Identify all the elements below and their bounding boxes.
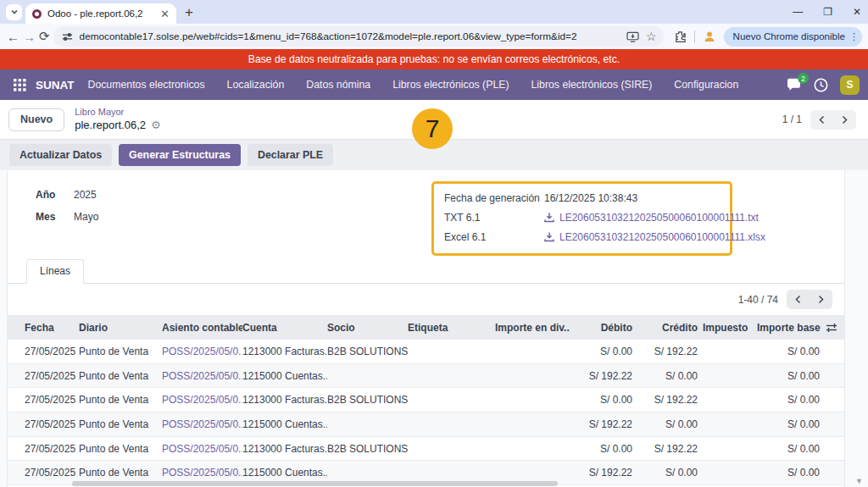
menu-datos-nomina[interactable]: Datos nómina — [306, 79, 370, 91]
tab-lineas[interactable]: Líneas — [26, 259, 84, 284]
more-vert-icon[interactable]: ⋮ — [849, 31, 859, 42]
cell-importe-base[interactable]: S/ 0.00 — [757, 346, 825, 357]
table-row[interactable]: 27/05/2025 Punto de Venta POSS/2025/05/0… — [8, 412, 844, 437]
cell-importe-base[interactable]: S/ 0.00 — [757, 370, 825, 382]
cell-credito[interactable]: S/ 192.22 — [637, 394, 703, 406]
cell-fecha[interactable]: 27/05/2025 — [25, 443, 79, 455]
header-importe-div[interactable]: Importe en div... — [495, 322, 570, 334]
cell-credito[interactable]: S/ 0.00 — [637, 370, 703, 382]
cell-diario[interactable]: Punto de Venta — [79, 467, 162, 479]
cell-diario[interactable]: Punto de Venta — [79, 443, 162, 455]
cell-diario[interactable]: Punto de Venta — [79, 394, 162, 406]
cell-importe-base[interactable]: S/ 0.00 — [757, 394, 825, 406]
actualizar-datos-button[interactable]: Actualizar Datos — [9, 144, 112, 166]
address-bar[interactable]: democontable17.solse.pe/web#cids=1&menu_… — [53, 26, 664, 47]
cell-debito[interactable]: S/ 192.22 — [570, 467, 637, 479]
generar-estructuras-button[interactable]: Generar Estructuras — [119, 144, 241, 166]
cell-importe-base[interactable]: S/ 0.00 — [757, 467, 825, 479]
list-previous-button[interactable] — [787, 290, 810, 309]
header-importe-base[interactable]: Importe base — [757, 322, 825, 334]
cell-cuenta[interactable]: 1215000 Cuentas... — [242, 370, 327, 382]
gear-icon[interactable]: ⚙ — [151, 119, 161, 132]
refresh-button[interactable]: ⟳ — [39, 26, 50, 47]
cell-cuenta[interactable]: 1215000 Cuentas... — [242, 418, 327, 430]
cell-diario[interactable]: Punto de Venta — [79, 418, 162, 430]
declarar-ple-button[interactable]: Declarar PLE — [248, 144, 333, 166]
cell-asiento-link[interactable]: POSS/2025/05/0... — [162, 346, 242, 357]
cell-socio[interactable]: B2B SOLUTIONS ... — [327, 346, 408, 357]
install-app-icon[interactable] — [626, 31, 639, 42]
cell-asiento-link[interactable]: POSS/2025/05/0... — [162, 370, 242, 382]
cell-asiento-link[interactable]: POSS/2025/05/0... — [162, 443, 242, 455]
year-value[interactable]: 2025 — [74, 189, 97, 201]
optional-columns-button[interactable] — [825, 323, 837, 333]
cell-cuenta[interactable]: 1213000 Facturas... — [242, 346, 327, 357]
header-etiqueta[interactable]: Etiqueta — [408, 322, 495, 334]
window-close-button[interactable]: ✕ — [853, 6, 861, 18]
breadcrumb-parent[interactable]: Libro Mayor — [75, 107, 161, 119]
cell-credito[interactable]: S/ 192.22 — [637, 346, 703, 357]
cell-cuenta[interactable]: 1213000 Facturas... — [242, 443, 327, 455]
pager-next-button[interactable] — [833, 110, 856, 130]
cell-credito[interactable]: S/ 0.00 — [637, 467, 703, 479]
cell-cuenta[interactable]: 1215000 Cuentas... — [242, 467, 327, 479]
window-maximize-button[interactable]: ❐ — [823, 6, 832, 18]
excel-download-link[interactable]: LE2060531032120250500060100001111.xlsx — [544, 231, 765, 243]
menu-localizacion[interactable]: Localización — [227, 79, 285, 91]
cell-fecha[interactable]: 27/05/2025 — [25, 418, 79, 430]
header-diario[interactable]: Diario — [79, 322, 162, 334]
browser-tab[interactable]: Odoo - ple.report.06,2 ✕ — [25, 3, 176, 24]
forward-button[interactable]: → — [23, 26, 36, 47]
cell-fecha[interactable]: 27/05/2025 — [25, 346, 79, 357]
header-credito[interactable]: Crédito — [637, 322, 703, 334]
tab-close-icon[interactable]: ✕ — [160, 8, 170, 19]
cell-fecha[interactable]: 27/05/2025 — [25, 467, 79, 479]
txt-download-link[interactable]: LE2060531032120250500060100001111.txt — [544, 212, 759, 224]
menu-libros-electronicos-sire[interactable]: Libros electrónicos (SIRE) — [531, 79, 653, 91]
menu-configuracion[interactable]: Configuracion — [674, 79, 738, 91]
cell-asiento-link[interactable]: POSS/2025/05/0... — [162, 418, 242, 430]
cell-diario[interactable]: Punto de Venta — [79, 346, 162, 357]
horizontal-scrollbar-thumb[interactable] — [72, 481, 558, 486]
cell-importe-base[interactable]: S/ 0.00 — [757, 443, 825, 455]
cell-debito[interactable]: S/ 0.00 — [570, 394, 637, 406]
header-cuenta[interactable]: Cuenta — [242, 322, 327, 334]
back-button[interactable]: ← — [7, 26, 19, 47]
scrollbar-down-arrow[interactable]: ▼ — [855, 477, 863, 485]
url-text[interactable]: democontable17.solse.pe/web#cids=1&menu_… — [80, 30, 620, 42]
cell-asiento-link[interactable]: POSS/2025/05/0... — [162, 394, 242, 406]
site-settings-icon[interactable] — [62, 31, 73, 42]
cell-cuenta[interactable]: 1213000 Facturas... — [242, 394, 327, 406]
header-debito[interactable]: Débito — [570, 322, 637, 334]
cell-credito[interactable]: S/ 0.00 — [637, 418, 703, 430]
bookmark-star-icon[interactable]: ☆ — [646, 30, 657, 43]
table-row[interactable]: 27/05/2025 Punto de Venta POSS/2025/05/0… — [8, 437, 844, 462]
profile-avatar-icon[interactable] — [703, 30, 716, 43]
month-value[interactable]: Mayo — [74, 211, 98, 223]
messages-button[interactable]: 2 — [787, 78, 802, 91]
cell-asiento-link[interactable]: POSS/2025/05/0... — [162, 467, 242, 479]
header-fecha[interactable]: Fecha — [25, 322, 79, 334]
user-avatar[interactable]: S — [840, 75, 860, 95]
window-minimize-button[interactable]: — — [793, 6, 803, 18]
cell-fecha[interactable]: 27/05/2025 — [25, 370, 79, 382]
app-brand[interactable]: SUNAT — [36, 79, 75, 91]
cell-socio[interactable]: B2B SOLUTIONS ... — [327, 394, 408, 406]
new-tab-button[interactable]: + — [185, 5, 193, 19]
extensions-puzzle-icon[interactable] — [674, 30, 687, 43]
cell-credito[interactable]: S/ 192.22 — [637, 443, 703, 455]
header-asiento-contable[interactable]: Asiento contable — [162, 322, 242, 334]
apps-menu-button[interactable] — [8, 74, 31, 96]
tab-search-button[interactable] — [6, 4, 22, 20]
cell-socio[interactable]: B2B SOLUTIONS ... — [327, 443, 408, 455]
header-socio[interactable]: Socio — [327, 322, 408, 334]
table-row[interactable]: 27/05/2025 Punto de Venta POSS/2025/05/0… — [8, 388, 844, 412]
pager-previous-button[interactable] — [810, 110, 833, 130]
menu-libros-electronicos-ple[interactable]: Libros electrónicos (PLE) — [392, 79, 509, 91]
cell-diario[interactable]: Punto de Venta — [79, 370, 162, 382]
cell-debito[interactable]: S/ 0.00 — [570, 346, 637, 357]
new-record-button[interactable]: Nuevo — [8, 108, 64, 131]
list-next-button[interactable] — [810, 290, 832, 309]
activities-button[interactable] — [814, 78, 828, 92]
cell-debito[interactable]: S/ 192.22 — [570, 418, 637, 430]
